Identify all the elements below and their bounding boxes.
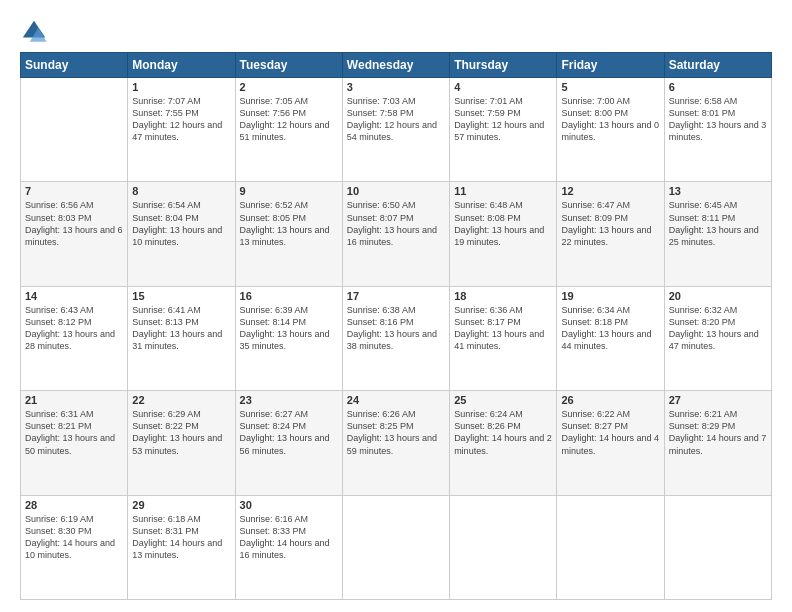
calendar-cell: 12Sunrise: 6:47 AMSunset: 8:09 PMDayligh… <box>557 182 664 286</box>
day-detail: Sunrise: 6:21 AMSunset: 8:29 PMDaylight:… <box>669 408 767 457</box>
week-row-1: 1Sunrise: 7:07 AMSunset: 7:55 PMDaylight… <box>21 78 772 182</box>
day-number: 20 <box>669 290 767 302</box>
day-detail: Sunrise: 6:39 AMSunset: 8:14 PMDaylight:… <box>240 304 338 353</box>
day-number: 3 <box>347 81 445 93</box>
day-detail: Sunrise: 6:48 AMSunset: 8:08 PMDaylight:… <box>454 199 552 248</box>
calendar-cell: 15Sunrise: 6:41 AMSunset: 8:13 PMDayligh… <box>128 286 235 390</box>
day-detail: Sunrise: 6:16 AMSunset: 8:33 PMDaylight:… <box>240 513 338 562</box>
calendar-cell: 6Sunrise: 6:58 AMSunset: 8:01 PMDaylight… <box>664 78 771 182</box>
day-detail: Sunrise: 7:03 AMSunset: 7:58 PMDaylight:… <box>347 95 445 144</box>
day-number: 19 <box>561 290 659 302</box>
calendar-cell: 27Sunrise: 6:21 AMSunset: 8:29 PMDayligh… <box>664 391 771 495</box>
calendar-cell: 22Sunrise: 6:29 AMSunset: 8:22 PMDayligh… <box>128 391 235 495</box>
day-number: 21 <box>25 394 123 406</box>
page: SundayMondayTuesdayWednesdayThursdayFrid… <box>0 0 792 612</box>
calendar-cell: 16Sunrise: 6:39 AMSunset: 8:14 PMDayligh… <box>235 286 342 390</box>
day-number: 25 <box>454 394 552 406</box>
calendar-cell: 11Sunrise: 6:48 AMSunset: 8:08 PMDayligh… <box>450 182 557 286</box>
weekday-header-saturday: Saturday <box>664 53 771 78</box>
logo-icon <box>20 18 48 46</box>
day-detail: Sunrise: 6:19 AMSunset: 8:30 PMDaylight:… <box>25 513 123 562</box>
day-detail: Sunrise: 6:27 AMSunset: 8:24 PMDaylight:… <box>240 408 338 457</box>
calendar-cell: 30Sunrise: 6:16 AMSunset: 8:33 PMDayligh… <box>235 495 342 599</box>
day-number: 16 <box>240 290 338 302</box>
day-number: 30 <box>240 499 338 511</box>
day-detail: Sunrise: 6:43 AMSunset: 8:12 PMDaylight:… <box>25 304 123 353</box>
weekday-header-friday: Friday <box>557 53 664 78</box>
calendar-cell: 19Sunrise: 6:34 AMSunset: 8:18 PMDayligh… <box>557 286 664 390</box>
day-detail: Sunrise: 6:54 AMSunset: 8:04 PMDaylight:… <box>132 199 230 248</box>
day-number: 26 <box>561 394 659 406</box>
calendar-cell: 2Sunrise: 7:05 AMSunset: 7:56 PMDaylight… <box>235 78 342 182</box>
calendar-cell: 25Sunrise: 6:24 AMSunset: 8:26 PMDayligh… <box>450 391 557 495</box>
day-number: 4 <box>454 81 552 93</box>
day-detail: Sunrise: 7:05 AMSunset: 7:56 PMDaylight:… <box>240 95 338 144</box>
day-number: 2 <box>240 81 338 93</box>
day-number: 11 <box>454 185 552 197</box>
weekday-header-tuesday: Tuesday <box>235 53 342 78</box>
calendar-cell: 5Sunrise: 7:00 AMSunset: 8:00 PMDaylight… <box>557 78 664 182</box>
day-number: 10 <box>347 185 445 197</box>
day-detail: Sunrise: 6:34 AMSunset: 8:18 PMDaylight:… <box>561 304 659 353</box>
day-number: 12 <box>561 185 659 197</box>
day-number: 5 <box>561 81 659 93</box>
week-row-4: 21Sunrise: 6:31 AMSunset: 8:21 PMDayligh… <box>21 391 772 495</box>
day-detail: Sunrise: 6:41 AMSunset: 8:13 PMDaylight:… <box>132 304 230 353</box>
calendar-cell <box>664 495 771 599</box>
day-number: 24 <box>347 394 445 406</box>
calendar-cell: 7Sunrise: 6:56 AMSunset: 8:03 PMDaylight… <box>21 182 128 286</box>
day-detail: Sunrise: 6:50 AMSunset: 8:07 PMDaylight:… <box>347 199 445 248</box>
day-number: 17 <box>347 290 445 302</box>
day-number: 13 <box>669 185 767 197</box>
day-detail: Sunrise: 7:01 AMSunset: 7:59 PMDaylight:… <box>454 95 552 144</box>
calendar-cell: 13Sunrise: 6:45 AMSunset: 8:11 PMDayligh… <box>664 182 771 286</box>
day-detail: Sunrise: 6:29 AMSunset: 8:22 PMDaylight:… <box>132 408 230 457</box>
calendar-cell: 21Sunrise: 6:31 AMSunset: 8:21 PMDayligh… <box>21 391 128 495</box>
day-number: 28 <box>25 499 123 511</box>
day-detail: Sunrise: 7:07 AMSunset: 7:55 PMDaylight:… <box>132 95 230 144</box>
day-number: 6 <box>669 81 767 93</box>
day-number: 1 <box>132 81 230 93</box>
day-detail: Sunrise: 7:00 AMSunset: 8:00 PMDaylight:… <box>561 95 659 144</box>
calendar-cell: 3Sunrise: 7:03 AMSunset: 7:58 PMDaylight… <box>342 78 449 182</box>
weekday-header-row: SundayMondayTuesdayWednesdayThursdayFrid… <box>21 53 772 78</box>
calendar-cell <box>342 495 449 599</box>
day-number: 7 <box>25 185 123 197</box>
weekday-header-wednesday: Wednesday <box>342 53 449 78</box>
day-detail: Sunrise: 6:32 AMSunset: 8:20 PMDaylight:… <box>669 304 767 353</box>
day-number: 29 <box>132 499 230 511</box>
week-row-2: 7Sunrise: 6:56 AMSunset: 8:03 PMDaylight… <box>21 182 772 286</box>
day-number: 22 <box>132 394 230 406</box>
calendar-cell: 4Sunrise: 7:01 AMSunset: 7:59 PMDaylight… <box>450 78 557 182</box>
day-detail: Sunrise: 6:31 AMSunset: 8:21 PMDaylight:… <box>25 408 123 457</box>
day-number: 9 <box>240 185 338 197</box>
calendar-cell: 26Sunrise: 6:22 AMSunset: 8:27 PMDayligh… <box>557 391 664 495</box>
day-detail: Sunrise: 6:24 AMSunset: 8:26 PMDaylight:… <box>454 408 552 457</box>
weekday-header-thursday: Thursday <box>450 53 557 78</box>
day-number: 18 <box>454 290 552 302</box>
day-detail: Sunrise: 6:38 AMSunset: 8:16 PMDaylight:… <box>347 304 445 353</box>
day-detail: Sunrise: 6:52 AMSunset: 8:05 PMDaylight:… <box>240 199 338 248</box>
calendar-cell <box>450 495 557 599</box>
calendar-cell: 17Sunrise: 6:38 AMSunset: 8:16 PMDayligh… <box>342 286 449 390</box>
calendar-cell: 8Sunrise: 6:54 AMSunset: 8:04 PMDaylight… <box>128 182 235 286</box>
day-detail: Sunrise: 6:22 AMSunset: 8:27 PMDaylight:… <box>561 408 659 457</box>
header <box>20 18 772 46</box>
calendar-cell: 23Sunrise: 6:27 AMSunset: 8:24 PMDayligh… <box>235 391 342 495</box>
weekday-header-monday: Monday <box>128 53 235 78</box>
day-number: 15 <box>132 290 230 302</box>
calendar-cell: 24Sunrise: 6:26 AMSunset: 8:25 PMDayligh… <box>342 391 449 495</box>
day-detail: Sunrise: 6:47 AMSunset: 8:09 PMDaylight:… <box>561 199 659 248</box>
day-number: 23 <box>240 394 338 406</box>
day-detail: Sunrise: 6:56 AMSunset: 8:03 PMDaylight:… <box>25 199 123 248</box>
day-number: 8 <box>132 185 230 197</box>
calendar-cell: 28Sunrise: 6:19 AMSunset: 8:30 PMDayligh… <box>21 495 128 599</box>
calendar-cell: 29Sunrise: 6:18 AMSunset: 8:31 PMDayligh… <box>128 495 235 599</box>
logo <box>20 18 52 46</box>
day-detail: Sunrise: 6:26 AMSunset: 8:25 PMDaylight:… <box>347 408 445 457</box>
calendar-cell <box>21 78 128 182</box>
day-detail: Sunrise: 6:58 AMSunset: 8:01 PMDaylight:… <box>669 95 767 144</box>
day-detail: Sunrise: 6:18 AMSunset: 8:31 PMDaylight:… <box>132 513 230 562</box>
week-row-3: 14Sunrise: 6:43 AMSunset: 8:12 PMDayligh… <box>21 286 772 390</box>
calendar-cell: 10Sunrise: 6:50 AMSunset: 8:07 PMDayligh… <box>342 182 449 286</box>
